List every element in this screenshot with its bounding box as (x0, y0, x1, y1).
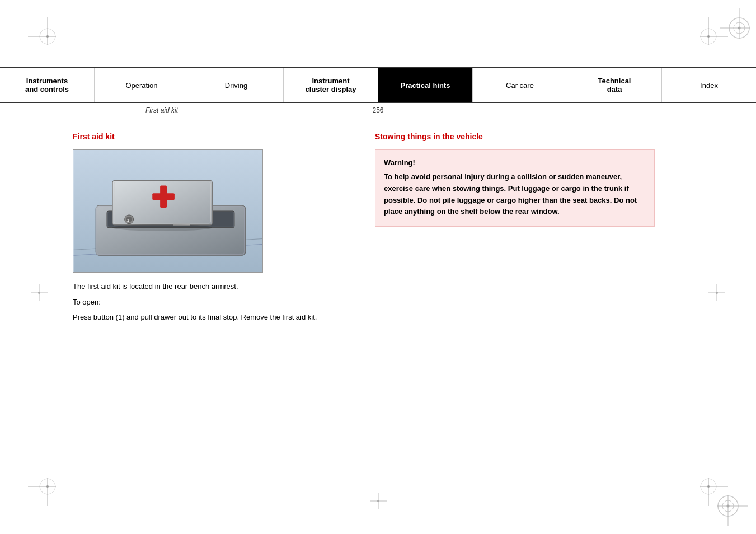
nav-label-technical-data: Technical data (598, 77, 631, 93)
main-content: First aid kit (0, 121, 756, 339)
stowing-title: Stowing things in the vehicle (375, 132, 655, 141)
corner-decoration-tr2 (717, 6, 750, 39)
nav-item-cluster[interactable]: Instrument cluster display (284, 68, 378, 102)
first-aid-kit-image: 1 (73, 149, 263, 273)
svg-point-33 (38, 292, 40, 294)
nav-item-technical-data[interactable]: Technical data (567, 68, 662, 102)
nav-label-practical-hints: Practical hints (401, 81, 450, 90)
nav-label-cluster: Instrument cluster display (305, 77, 356, 93)
first-aid-kit-title: First aid kit (73, 132, 353, 141)
svg-point-7 (707, 35, 710, 38)
page-number: 256 (372, 106, 383, 114)
nav-label-driving: Driving (225, 81, 247, 90)
bottom-center-crosshair (370, 493, 387, 512)
nav-label-index: Index (700, 81, 718, 90)
nav-item-operation[interactable]: Operation (95, 68, 189, 102)
nav-item-driving[interactable]: Driving (189, 68, 284, 102)
svg-point-36 (716, 292, 718, 294)
corner-decoration-tl (28, 17, 56, 45)
nav-label-operation: Operation (125, 81, 157, 90)
svg-point-3 (46, 35, 49, 38)
svg-point-12 (738, 27, 741, 30)
svg-point-44 (707, 485, 710, 488)
nav-label-car-care: Car care (506, 81, 534, 90)
nav-item-car-care[interactable]: Car care (473, 68, 567, 102)
page-header-left: First aid kit (145, 106, 178, 114)
svg-text:1: 1 (127, 218, 130, 223)
right-column: Stowing things in the vehicle Warning! T… (375, 132, 655, 327)
body-text-3: Press button (1) and pull drawer out to … (73, 312, 353, 323)
nav-item-instruments[interactable]: Instruments and controls (0, 68, 95, 102)
nav-item-index[interactable]: Index (662, 68, 756, 102)
warning-box: Warning! To help avoid personal injury d… (375, 149, 655, 227)
svg-point-49 (727, 505, 730, 508)
nav-label-instruments: Instruments and controls (25, 77, 69, 93)
left-column: First aid kit (73, 132, 353, 327)
svg-point-52 (377, 500, 379, 502)
page-header: First aid kit 256 (0, 103, 756, 118)
svg-point-30 (112, 224, 212, 231)
warning-title: Warning! (384, 158, 646, 167)
svg-rect-24 (160, 185, 167, 208)
corner-decoration-br2 (717, 495, 750, 528)
mid-left-crosshair (31, 284, 48, 303)
nav-item-practical-hints[interactable]: Practical hints (378, 68, 473, 102)
mid-right-crosshair (708, 284, 725, 303)
navigation-bar: Instruments and controls Operation Drivi… (0, 67, 756, 103)
corner-decoration-bl (28, 478, 56, 506)
svg-point-40 (46, 485, 49, 488)
body-text-2: To open: (73, 297, 353, 308)
body-text-1: The first aid kit is located in the rear… (73, 281, 353, 292)
warning-text: To help avoid personal injury during a c… (384, 171, 646, 218)
